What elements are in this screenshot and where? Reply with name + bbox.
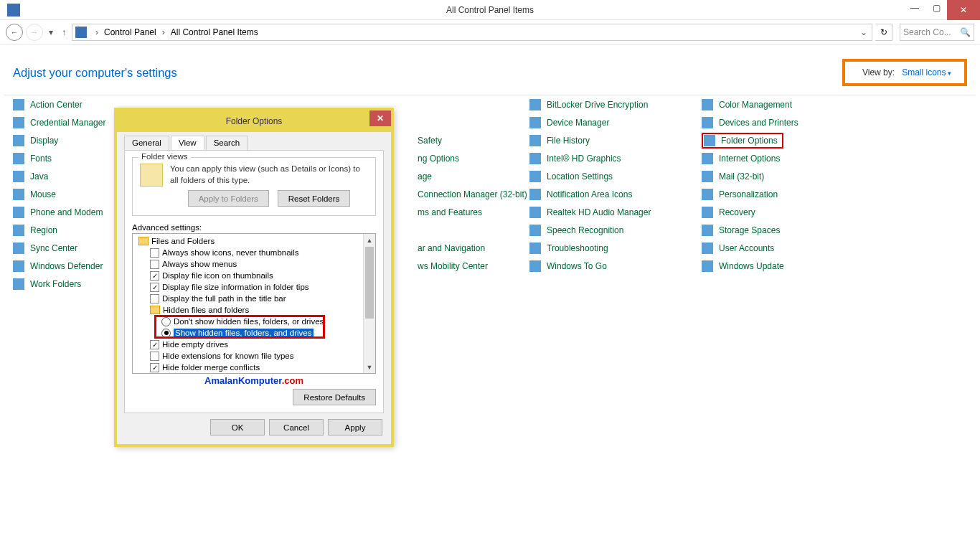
item-icon — [702, 153, 713, 164]
cancel-button[interactable]: Cancel — [269, 419, 324, 435]
tree-scrollbar[interactable]: ▲ ▼ — [363, 234, 375, 373]
tree-item[interactable]: Display the full path in the title bar — [136, 293, 375, 304]
restore-defaults-button[interactable]: Restore Defaults — [293, 389, 376, 405]
item-label: Safety — [418, 136, 442, 146]
minimize-button[interactable]: — — [904, 0, 925, 16]
control-panel-item[interactable]: Mail (32-bit) — [702, 167, 874, 185]
control-panel-item[interactable]: Notification Area Icons — [529, 185, 702, 203]
folder-views-text: You can apply this view (such as Details… — [170, 164, 368, 186]
breadcrumb[interactable]: Control Panel All Control Panel Items ⌄ — [72, 24, 872, 41]
control-panel-item[interactable]: Internet Options — [702, 149, 874, 167]
advanced-settings-tree[interactable]: Files and FoldersAlways show icons, neve… — [132, 233, 376, 374]
item-label: Troubleshooting — [547, 243, 608, 253]
checkbox-icon[interactable] — [150, 352, 159, 361]
item-icon — [13, 189, 24, 200]
forward-button[interactable]: → — [26, 24, 43, 41]
item-icon — [13, 135, 24, 146]
control-panel-item[interactable]: User Accounts — [702, 239, 874, 257]
tree-item[interactable]: ✓Display file icon on thumbnails — [136, 270, 375, 281]
item-label: Notification Area Icons — [547, 189, 632, 199]
control-panel-item[interactable]: Device Manager — [529, 113, 702, 131]
item-label: Java — [30, 171, 48, 182]
control-panel-item[interactable]: Color Management — [702, 95, 874, 113]
item-label: Windows To Go — [547, 261, 607, 271]
view-by-highlight: View by: Small icons — [842, 59, 967, 86]
item-label: Windows Update — [719, 261, 784, 271]
tab-search[interactable]: Search — [206, 136, 248, 150]
dialog-close-button[interactable]: ✕ — [369, 110, 391, 126]
breadcrumb-root[interactable]: Control Panel — [104, 27, 156, 37]
control-panel-item[interactable]: Folder Options — [702, 131, 874, 149]
tree-item[interactable]: Hide extensions for known file types — [136, 350, 375, 362]
ok-button[interactable]: OK — [210, 419, 265, 435]
checkbox-icon[interactable]: ✓ — [150, 271, 159, 281]
item-label: Windows Defender — [30, 261, 103, 271]
checkbox-icon[interactable] — [150, 248, 159, 258]
tree-item[interactable]: ✓Display file size information in folder… — [136, 281, 375, 293]
breadcrumb-dropdown[interactable]: ⌄ — [859, 27, 869, 37]
checkbox-icon[interactable]: ✓ — [150, 340, 159, 349]
control-panel-item[interactable]: Troubleshooting — [529, 239, 702, 257]
item-icon — [529, 242, 541, 254]
item-label: Storage Spaces — [719, 225, 780, 235]
item-label: User Accounts — [719, 243, 774, 253]
item-icon — [529, 225, 541, 236]
history-dropdown[interactable]: ▾ — [46, 27, 56, 37]
tree-item[interactable]: Always show icons, never thumbnails — [136, 247, 375, 258]
control-panel-item[interactable]: Speech Recognition — [529, 221, 702, 239]
control-panel-item[interactable]: File History — [529, 131, 702, 149]
refresh-button[interactable]: ↻ — [875, 24, 892, 41]
item-label: Work Folders — [30, 279, 81, 289]
dialog-titlebar[interactable]: Folder Options ✕ — [117, 110, 391, 132]
item-icon — [702, 225, 713, 236]
maximize-button[interactable]: ▢ — [925, 0, 947, 16]
folder-icon — [138, 237, 149, 245]
item-icon — [13, 99, 24, 110]
item-label: Intel® HD Graphics — [547, 154, 621, 164]
scroll-thumb[interactable] — [365, 247, 374, 319]
tree-item[interactable]: Hidden files and folders — [136, 304, 375, 316]
search-input[interactable]: Search Co... 🔍 — [900, 24, 974, 41]
view-by-dropdown[interactable]: Small icons — [902, 67, 951, 77]
item-label: ar and Navigation — [418, 243, 485, 253]
apply-button[interactable]: Apply — [328, 419, 382, 435]
apply-to-folders-button[interactable]: Apply to Folders — [188, 190, 269, 207]
item-label: Realtek HD Audio Manager — [547, 207, 651, 217]
control-panel-item[interactable]: Storage Spaces — [702, 221, 874, 239]
control-panel-item[interactable]: Realtek HD Audio Manager — [529, 203, 702, 221]
up-button[interactable]: ↑ — [59, 27, 69, 37]
scroll-down-icon[interactable]: ▼ — [364, 361, 375, 373]
item-label: age — [418, 171, 432, 182]
breadcrumb-current[interactable]: All Control Panel Items — [171, 27, 258, 37]
control-panel-item[interactable]: Recovery — [702, 203, 874, 221]
control-panel-item[interactable]: Windows Update — [702, 257, 874, 275]
reset-folders-button[interactable]: Reset Folders — [278, 190, 351, 207]
item-icon — [702, 260, 713, 272]
control-panel-item[interactable]: Windows To Go — [529, 257, 702, 275]
checkbox-icon[interactable]: ✓ — [150, 363, 159, 372]
item-icon — [529, 260, 541, 272]
control-panel-item[interactable]: Location Settings — [529, 167, 702, 185]
item-icon — [704, 135, 715, 146]
control-panel-item[interactable]: Devices and Printers — [702, 113, 874, 131]
close-button[interactable]: ✕ — [947, 0, 980, 20]
tree-item[interactable]: Always show menus — [136, 258, 375, 270]
control-panel-item[interactable]: Personalization — [702, 185, 874, 203]
item-icon — [529, 189, 541, 200]
item-icon — [13, 171, 24, 182]
control-panel-item[interactable]: BitLocker Drive Encryption — [529, 95, 702, 113]
tab-view[interactable]: View — [171, 136, 204, 150]
folder-options-dialog: Folder Options ✕ General View Search Fol… — [114, 108, 394, 447]
folder-views-group: Folder views You can apply this view (su… — [132, 157, 376, 216]
control-panel-item[interactable]: Intel® HD Graphics — [529, 149, 702, 167]
tab-general[interactable]: General — [124, 136, 169, 150]
tree-item[interactable]: ✓Hide folder merge conflicts — [136, 362, 375, 373]
tree-item[interactable]: ✓Hide empty drives — [136, 339, 375, 350]
search-placeholder: Search Co... — [903, 27, 951, 37]
checkbox-icon[interactable] — [150, 260, 159, 269]
scroll-up-icon[interactable]: ▲ — [364, 234, 375, 246]
item-label: ms and Features — [418, 207, 482, 217]
checkbox-icon[interactable] — [150, 294, 159, 303]
checkbox-icon[interactable]: ✓ — [150, 283, 159, 292]
back-button[interactable]: ← — [6, 24, 23, 41]
